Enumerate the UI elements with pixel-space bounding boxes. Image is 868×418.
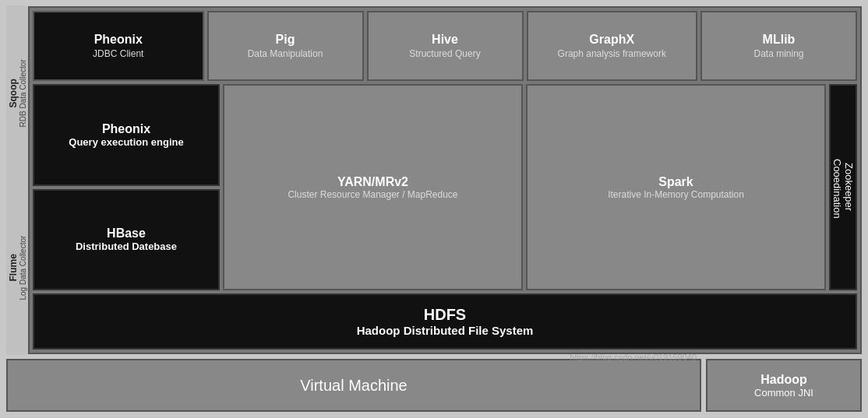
tools-row: Pheonix JDBC Client Pig Data Manipulatio…	[33, 11, 857, 81]
hive-title: Hive	[432, 33, 458, 47]
pheonix-subtitle: JDBC Client	[93, 48, 143, 59]
flume-label: Flume Log Data Collector	[6, 181, 28, 355]
sqoop-main-label: Sqoop	[8, 79, 19, 107]
bottom-row: Virtual Machine Hadoop Common JNI	[6, 359, 862, 412]
mid-left: Pheonix Query execution engine HBase Dis…	[33, 84, 220, 290]
top-section: Sqoop RDB Data Collector Flume Log Data …	[6, 6, 862, 354]
pheonix-query-box: Pheonix Query execution engine	[33, 84, 220, 186]
yarn-title: YARN/MRv2	[337, 175, 408, 189]
mid-right-top: YARN/MRv2 Cluster Resource Manager / Map…	[223, 84, 826, 290]
mllib-tool-box: MLlib Data mining	[700, 11, 857, 81]
sqoop-label: Sqoop RDB Data Collector	[6, 6, 28, 181]
sqoop-sub-label: RDB Data Collector	[19, 59, 27, 127]
pheonix-query-title: Pheonix	[102, 122, 150, 136]
hive-subtitle: Structured Query	[409, 48, 480, 59]
yarn-subtitle: Cluster Resource Manager / MapReduce	[288, 189, 457, 200]
mid-right: YARN/MRv2 Cluster Resource Manager / Map…	[223, 84, 826, 290]
flume-main-label: Flume	[8, 254, 19, 281]
flume-sub-label: Log Data Collector	[19, 235, 27, 300]
hbase-subtitle: Distributed Datebase	[76, 241, 177, 252]
main-container: Sqoop RDB Data Collector Flume Log Data …	[0, 0, 868, 418]
pheonix-query-subtitle: Query execution engine	[69, 136, 183, 148]
pheonix-title: Pheonix	[94, 33, 143, 47]
pig-title: Pig	[276, 33, 295, 47]
hadoop-common-box: Hadoop Common JNI	[706, 359, 862, 412]
graphx-tool-box: GraphX Graph analysis framework	[527, 11, 698, 81]
graphx-subtitle: Graph analysis framework	[558, 48, 666, 59]
virtual-machine-box: Virtual Machine	[6, 359, 701, 412]
hdfs-box: HDFS Hadoop Distributed File System	[33, 293, 857, 350]
pheonix-tool-box: Pheonix JDBC Client	[33, 11, 204, 81]
zookeeper-line2: Cooedination	[831, 159, 843, 219]
hadoop-common-subtitle: Common JNI	[754, 387, 813, 399]
left-labels: Sqoop RDB Data Collector Flume Log Data …	[6, 6, 28, 354]
mid-section: Pheonix Query execution engine HBase Dis…	[33, 84, 857, 290]
graphx-title: GraphX	[589, 33, 634, 47]
mllib-subtitle: Data mining	[753, 48, 803, 59]
virtual-machine-label: Virtual Machine	[300, 377, 407, 395]
pig-subtitle: Data Manipulation	[248, 48, 323, 59]
yarn-box: YARN/MRv2 Cluster Resource Manager / Map…	[223, 84, 523, 290]
main-grid: Pheonix JDBC Client Pig Data Manipulatio…	[28, 6, 862, 354]
watermark: https://blog.csdn.net/u019159040	[570, 353, 697, 362]
hive-tool-box: Hive Structured Query	[367, 11, 524, 81]
hdfs-subtitle: Hadoop Distributed File System	[357, 324, 534, 337]
hbase-box: HBase Distributed Datebase	[33, 189, 220, 291]
zookeeper-box: Zookeeper Cooedination	[829, 84, 857, 290]
hadoop-common-title: Hadoop	[760, 373, 807, 387]
mllib-title: MLlib	[763, 33, 796, 47]
spark-subtitle: Iterative In-Memory Computation	[608, 189, 744, 200]
spark-box: Spark Iterative In-Memory Computation	[526, 84, 826, 290]
zookeeper-line1: Zookeeper	[843, 163, 855, 211]
hbase-title: HBase	[107, 227, 146, 241]
spark-title: Spark	[658, 175, 693, 189]
pig-tool-box: Pig Data Manipulation	[207, 11, 364, 81]
hdfs-title: HDFS	[424, 306, 466, 324]
